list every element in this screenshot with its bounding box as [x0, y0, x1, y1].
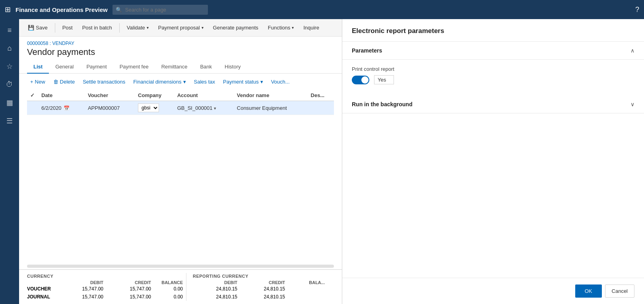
vouch-button[interactable]: Vouch...	[268, 77, 293, 87]
row-account[interactable]: GB_SI_000001 ▾	[174, 101, 234, 115]
generate-payments-label: Generate payments	[213, 25, 258, 31]
new-label: New	[35, 79, 45, 85]
payment-status-button[interactable]: Payment status ▾	[220, 77, 266, 87]
run-in-background-header[interactable]: Run in the background ∨	[342, 95, 644, 113]
tab-remittance[interactable]: Remittance	[155, 60, 194, 74]
row-date[interactable]: 6/2/2020 📅	[38, 101, 85, 115]
parameters-section-body: Print control report Yes	[342, 60, 644, 95]
new-button[interactable]: + New	[27, 77, 48, 87]
journal-credit: 15,747.00	[107, 293, 154, 301]
delete-button[interactable]: 🗑 Delete	[50, 77, 78, 87]
tab-bank[interactable]: Bank	[194, 60, 218, 74]
tabs: List General Payment Payment fee Remitta…	[19, 60, 342, 74]
sales-tax-button[interactable]: Sales tax	[191, 77, 218, 87]
tab-history[interactable]: History	[218, 60, 247, 74]
payment-proposal-chevron: ▾	[202, 25, 204, 30]
tab-list[interactable]: List	[27, 60, 49, 74]
journal-rep-balance	[288, 293, 328, 301]
journal-row-label: JOURNAL	[27, 293, 59, 301]
sidebar-favorites[interactable]: ☆	[0, 58, 19, 75]
col-vendor-name: Vendor name	[234, 90, 308, 101]
validate-button[interactable]: Validate ▾	[123, 22, 153, 33]
tab-payment-fee[interactable]: Payment fee	[113, 60, 155, 74]
functions-label: Functions	[268, 25, 290, 31]
sub-toolbar: + New 🗑 Delete Settle transactions Finan…	[19, 74, 342, 90]
save-label: Save	[36, 25, 48, 31]
account-value: GB_SI_000001	[177, 105, 213, 111]
print-control-report-label: Print control report	[352, 66, 634, 72]
sidebar-home[interactable]: ⌂	[0, 40, 19, 57]
tab-general[interactable]: General	[49, 60, 80, 74]
help-icon[interactable]: ?	[635, 6, 639, 14]
settle-transactions-button[interactable]: Settle transactions	[80, 77, 128, 87]
parameters-section: Parameters ∧ Print control report Yes	[342, 42, 644, 95]
rep-debit-header: DEBIT	[193, 280, 241, 285]
cancel-button[interactable]: Cancel	[605, 285, 634, 298]
row-voucher: APPM000007	[85, 101, 135, 115]
row-company[interactable]: gbsi	[135, 101, 174, 115]
journal-rep-debit: 24,810.15	[193, 293, 241, 301]
voucher-row-label: VOUCHER	[27, 285, 59, 293]
print-control-toggle[interactable]	[352, 76, 369, 84]
journal-balance: 0.00	[154, 293, 186, 301]
apps-icon[interactable]: ⊞	[5, 5, 11, 14]
payment-proposal-button[interactable]: Payment proposal ▾	[154, 22, 208, 33]
calendar-button[interactable]: 📅	[63, 105, 70, 111]
inquire-button[interactable]: Inquire	[299, 22, 323, 33]
toolbar: 💾 Save Post Post in batch Validate ▾ Pay…	[19, 19, 342, 37]
sidebar-modules[interactable]: ☰	[0, 113, 19, 129]
account-chevron[interactable]: ▾	[214, 106, 216, 111]
row-vendor-name: Consumer Equipment	[234, 101, 308, 115]
generate-payments-button[interactable]: Generate payments	[209, 22, 262, 33]
row-check-cell	[27, 101, 38, 115]
toggle-value-box: Yes	[374, 75, 394, 84]
company-select[interactable]: gbsi	[138, 103, 159, 112]
check-all-icon[interactable]: ✓	[30, 92, 35, 98]
sidebar-workspaces[interactable]: ▦	[0, 94, 19, 111]
financial-dimensions-chevron: ▾	[183, 79, 186, 85]
voucher-rep-credit: 24,810.15	[241, 285, 288, 293]
rep-balance-header: BALA...	[288, 280, 328, 285]
horizontal-scrollbar[interactable]	[27, 265, 334, 268]
footer-summary: CURRENCY DEBIT CREDIT BALANCE VOUCHER 15…	[19, 269, 342, 304]
search-wrap: 🔍	[113, 5, 208, 15]
financial-dimensions-label: Financial dimensions	[133, 79, 181, 85]
reporting-currency-label: REPORTING CURRENCY	[193, 273, 334, 280]
vouch-label: Vouch...	[271, 79, 290, 85]
post-button[interactable]: Post	[58, 22, 77, 33]
journal-debit: 15,747.00	[59, 293, 107, 301]
page-header: 00000058 : VENDPAY Vendor payments	[19, 37, 342, 57]
toggle-row: Yes	[352, 75, 634, 84]
ok-button[interactable]: OK	[575, 285, 602, 298]
payment-proposal-label: Payment proposal	[158, 25, 200, 31]
sales-tax-label: Sales tax	[194, 79, 215, 85]
financial-dimensions-button[interactable]: Financial dimensions ▾	[130, 77, 189, 87]
currency-label: CURRENCY	[27, 273, 186, 280]
search-input[interactable]	[113, 5, 208, 15]
settle-transactions-label: Settle transactions	[83, 79, 125, 85]
voucher-balance: 0.00	[154, 285, 186, 293]
voucher-credit: 15,747.00	[107, 285, 154, 293]
functions-button[interactable]: Functions ▾	[264, 22, 298, 33]
sidebar-recent[interactable]: ⏱	[0, 76, 19, 93]
rep-credit-header: CREDIT	[241, 280, 288, 285]
validate-chevron: ▾	[147, 25, 149, 30]
validate-label: Validate	[127, 25, 145, 31]
parameters-section-header[interactable]: Parameters ∧	[342, 42, 644, 60]
panel-footer: OK Cancel	[342, 278, 644, 304]
footer-empty-header	[27, 280, 59, 285]
save-icon: 💾	[28, 25, 34, 31]
payment-status-label: Payment status	[223, 79, 259, 85]
post-in-batch-button[interactable]: Post in batch	[78, 22, 116, 33]
page-title: Vendor payments	[27, 47, 334, 57]
col-account: Account	[174, 90, 234, 101]
sidebar-hamburger[interactable]: ≡	[0, 22, 19, 39]
col-check: ✓	[27, 90, 38, 101]
voucher-debit: 15,747.00	[59, 285, 107, 293]
tab-payment[interactable]: Payment	[80, 60, 113, 74]
journal-rep-credit: 24,810.15	[241, 293, 288, 301]
table-row[interactable]: 6/2/2020 📅 APPM000007 gbsi GB_SI_000001 …	[27, 101, 334, 115]
right-panel: Electronic report parameters Parameters …	[342, 19, 644, 304]
delete-icon: 🗑	[53, 79, 58, 85]
save-button[interactable]: 💾 Save	[24, 22, 52, 33]
